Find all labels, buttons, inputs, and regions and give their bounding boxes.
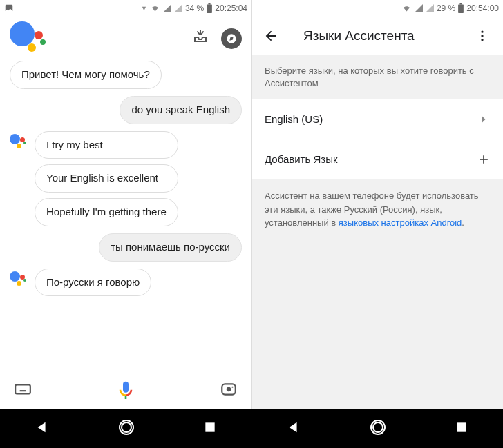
android-language-settings-link[interactable]: языковых настройках Android xyxy=(339,217,462,228)
inbox-icon[interactable] xyxy=(192,28,209,49)
svg-point-10 xyxy=(227,387,231,391)
phone-settings: 29 % 20:54:00 Языки Ассистента Выберите … xyxy=(252,0,503,409)
signal-icon xyxy=(163,4,171,12)
lens-icon[interactable] xyxy=(220,380,238,401)
android-nav-bar xyxy=(0,409,503,448)
info-text: Ассистент на вашем телефоне будет исполь… xyxy=(252,179,503,409)
dropdown-icon: ▼ xyxy=(141,5,147,12)
more-icon[interactable] xyxy=(467,21,497,51)
clock: 20:25:04 xyxy=(215,3,247,13)
svg-rect-12 xyxy=(458,5,464,13)
battery-percent: 34 % xyxy=(185,3,204,13)
svg-point-17 xyxy=(122,422,131,432)
page-title: Языки Ассистента xyxy=(303,28,450,43)
nav-back-icon[interactable] xyxy=(35,420,50,438)
add-language-item[interactable]: Добавить Язык xyxy=(252,139,503,179)
chat-area: Привет! Чем могу помочь? do you speak En… xyxy=(0,57,252,371)
svg-point-20 xyxy=(373,422,383,432)
assistant-message: По-русски я говорю xyxy=(10,269,242,297)
svg-point-15 xyxy=(481,35,483,37)
message-bubble[interactable]: По-русски я говорю xyxy=(35,269,151,297)
svg-rect-22 xyxy=(457,422,466,431)
explore-icon[interactable] xyxy=(221,28,242,49)
plus-icon xyxy=(477,153,491,166)
svg-rect-3 xyxy=(15,384,30,393)
language-primary-item[interactable]: English (US) xyxy=(252,99,503,139)
battery-percent: 29 % xyxy=(437,3,455,13)
svg-point-11 xyxy=(231,386,233,387)
svg-point-14 xyxy=(481,31,483,33)
status-bar: 29 % 20:54:00 xyxy=(252,0,503,17)
battery-icon xyxy=(207,3,212,13)
message-bubble[interactable]: I try my best xyxy=(35,131,178,159)
nav-home-icon[interactable] xyxy=(118,419,135,438)
status-bar: ▼ 34 % 20:25:04 xyxy=(0,0,252,17)
message-bubble[interactable]: do you speak English xyxy=(120,96,242,124)
svg-rect-13 xyxy=(460,3,462,5)
user-message: do you speak English xyxy=(10,96,242,124)
assistant-logo-icon xyxy=(10,21,51,56)
pictures-icon xyxy=(4,3,14,13)
svg-rect-19 xyxy=(206,422,215,431)
signal-icon xyxy=(415,4,423,12)
nav-recents-icon[interactable] xyxy=(203,420,217,437)
signal-empty-icon xyxy=(174,4,182,12)
assistant-mini-logo-icon xyxy=(10,271,29,288)
signal-empty-icon xyxy=(426,4,434,12)
assistant-message: Привет! Чем могу помочь? xyxy=(10,61,242,89)
wifi-icon xyxy=(401,4,412,12)
nav-recents-icon[interactable] xyxy=(455,420,468,437)
battery-icon xyxy=(458,3,464,13)
chevron-right-icon xyxy=(477,113,491,126)
svg-point-16 xyxy=(481,39,483,41)
user-message: ты понимаешь по-русски xyxy=(10,233,242,262)
back-icon[interactable] xyxy=(255,20,287,52)
message-bubble[interactable]: Привет! Чем могу помочь? xyxy=(10,61,162,89)
message-bubble[interactable]: Hopefully I'm getting there xyxy=(35,198,178,226)
add-language-label: Добавить Язык xyxy=(265,153,338,165)
phone-assistant: ▼ 34 % 20:25:04 xyxy=(0,0,252,409)
assistant-message-group: I try my best Your English is excellent … xyxy=(10,131,242,226)
microphone-icon[interactable] xyxy=(115,380,137,402)
section-description: Выберите языки, на которых вы хотите гов… xyxy=(252,55,503,99)
nav-back-icon[interactable] xyxy=(286,420,301,438)
nav-home-icon[interactable] xyxy=(370,419,386,438)
keyboard-icon[interactable] xyxy=(14,380,32,401)
message-bubble[interactable]: ты понимаешь по-русски xyxy=(99,233,242,262)
svg-rect-1 xyxy=(209,3,211,5)
clock: 20:54:00 xyxy=(466,3,499,13)
message-bubble[interactable]: Your English is excellent xyxy=(35,164,178,193)
assistant-input-bar xyxy=(0,371,252,409)
wifi-icon xyxy=(150,4,160,12)
language-primary-label: English (US) xyxy=(265,113,323,125)
info-suffix: . xyxy=(462,217,464,228)
assistant-mini-logo-icon xyxy=(10,134,29,150)
app-bar: Языки Ассистента xyxy=(252,17,503,55)
assistant-header xyxy=(0,17,252,57)
